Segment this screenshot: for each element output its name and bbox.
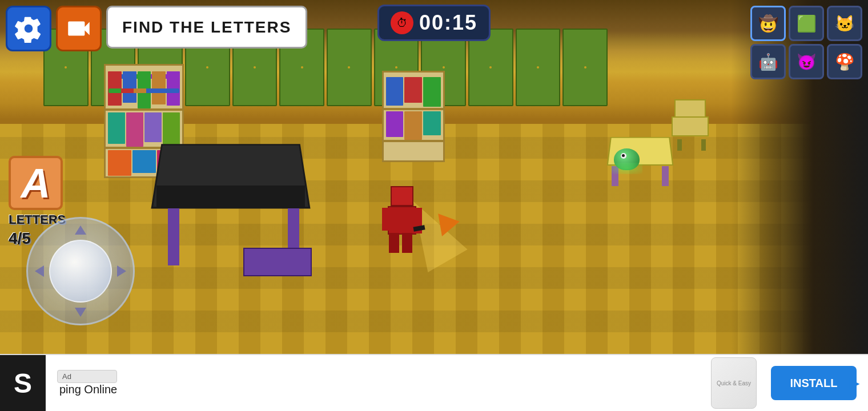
avatar-hero-green[interactable]: 🟩 bbox=[789, 6, 824, 41]
avatar-cat[interactable]: 🐱 bbox=[827, 6, 862, 41]
install-label: INSTALL bbox=[790, 377, 838, 390]
ad-badge: Ad bbox=[57, 370, 117, 383]
locker bbox=[232, 29, 278, 106]
slime-eye bbox=[621, 153, 626, 159]
dpad-left-icon bbox=[35, 265, 44, 277]
gear-icon bbox=[14, 14, 43, 43]
current-letter: A bbox=[21, 160, 51, 207]
joystick-container[interactable] bbox=[26, 217, 135, 325]
desk-leg-left bbox=[168, 208, 179, 265]
timer-box: ⏱ 00:15 bbox=[377, 5, 491, 41]
dpad-down-icon bbox=[75, 308, 86, 317]
chair-back-right bbox=[672, 99, 712, 151]
slime-glow bbox=[611, 163, 642, 174]
ad-arrow-icon: ▶ bbox=[849, 375, 859, 391]
locker bbox=[562, 29, 608, 106]
avatar-devil[interactable]: 😈 bbox=[789, 44, 824, 79]
player-leg-right bbox=[402, 233, 412, 253]
player-head bbox=[391, 186, 413, 206]
timer-value: 00:15 bbox=[419, 11, 477, 35]
player-arm-left bbox=[382, 208, 391, 231]
current-letter-box: A bbox=[9, 156, 63, 210]
joystick-outer[interactable] bbox=[26, 217, 135, 325]
settings-button[interactable] bbox=[6, 6, 51, 51]
chair-leg bbox=[701, 139, 706, 151]
ad-banner: S Ad ping Online Quick & Easy INSTALL ▶ bbox=[0, 354, 868, 411]
ad-main-text: ping Online bbox=[59, 383, 117, 396]
chair-seat-large bbox=[243, 248, 312, 276]
locker bbox=[279, 29, 324, 106]
slime-creature bbox=[614, 148, 642, 174]
player-body bbox=[388, 206, 416, 235]
desk-apron bbox=[156, 186, 305, 208]
player-character bbox=[382, 186, 422, 255]
ad-image-label: Quick & Easy bbox=[717, 380, 751, 386]
avatar-mushroom[interactable]: 🍄 bbox=[827, 44, 862, 79]
ad-text: ping Online bbox=[59, 383, 117, 396]
avatar-cowboy[interactable]: 🤠 bbox=[750, 6, 786, 41]
chair-front-left bbox=[243, 219, 318, 276]
timer-icon: ⏱ bbox=[391, 11, 413, 34]
chair-seat bbox=[672, 116, 709, 136]
ad-s-logo: S bbox=[0, 354, 46, 411]
player-leg-left bbox=[389, 233, 399, 253]
bookshelf-center bbox=[382, 71, 445, 162]
chair-leg bbox=[677, 139, 682, 151]
ad-image: Quick & Easy bbox=[711, 357, 757, 409]
locker bbox=[516, 29, 561, 106]
camera-icon bbox=[65, 14, 93, 43]
ad-s-letter: S bbox=[14, 368, 32, 399]
locker bbox=[185, 29, 230, 106]
joystick-knob[interactable] bbox=[49, 240, 112, 303]
install-button[interactable]: INSTALL bbox=[771, 366, 857, 400]
avatar-grid: 🤠 🟩 🐱 🤖 😈 🍄 bbox=[750, 6, 862, 79]
desk-leg bbox=[662, 166, 669, 186]
avatar-robot[interactable]: 🤖 bbox=[750, 44, 786, 79]
game-viewport: FIND THE LETTERS ⏱ 00:15 🤠 🟩 🐱 🤖 😈 🍄 A L… bbox=[0, 0, 868, 354]
ad-labels: Ad ping Online bbox=[46, 365, 124, 401]
dpad-right-icon bbox=[117, 265, 126, 277]
locker bbox=[327, 29, 372, 106]
camera-button[interactable] bbox=[56, 6, 102, 51]
dpad-up-icon bbox=[75, 225, 86, 235]
